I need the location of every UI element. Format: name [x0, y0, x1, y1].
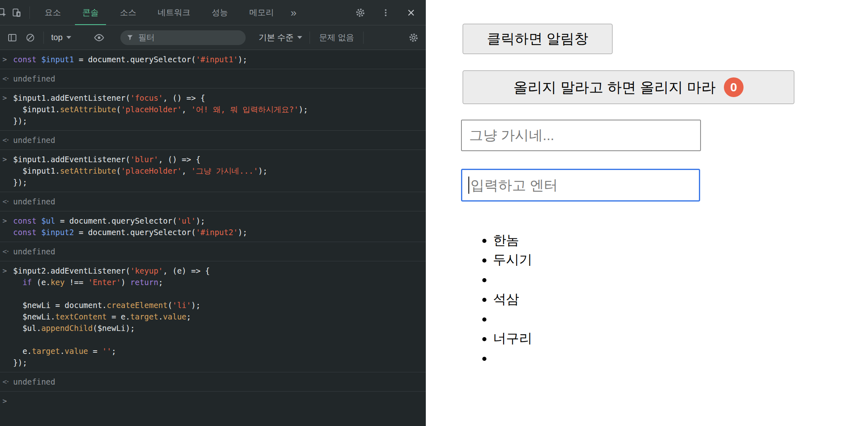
prompt-marker-icon: >	[2, 92, 13, 127]
console-entry-input: >$input1.addEventListener('focus', () =>…	[0, 88, 426, 131]
console-toolbar: top 기본 수준 문제 없음	[0, 25, 426, 50]
divider	[310, 32, 310, 44]
result-marker-icon: <·	[2, 376, 13, 387]
more-options-icon[interactable]	[377, 4, 395, 22]
console-entry-prompt[interactable]: >	[0, 392, 426, 410]
console-entry-result: <·undefined	[0, 242, 426, 261]
screen: 요소콘솔소스네트워크성능메모리 »	[0, 0, 868, 426]
console-entry-result: <·undefined	[0, 372, 426, 392]
input2-wrapper	[461, 169, 700, 202]
chevron-down-icon	[297, 36, 302, 39]
list-item	[493, 309, 532, 329]
divider	[363, 32, 364, 44]
tab-console[interactable]: 콘솔	[72, 0, 109, 25]
console-settings-gear-icon[interactable]	[405, 29, 423, 47]
settings-gear-icon[interactable]	[351, 4, 369, 22]
console-entry-result: <·undefined	[0, 131, 426, 150]
close-devtools-icon[interactable]	[402, 4, 420, 22]
console-entry-input: >$input2.addEventListener('keyup', (e) =…	[0, 261, 426, 372]
inspect-element-icon[interactable]	[0, 4, 7, 22]
text-caret	[468, 177, 469, 194]
chevron-down-icon	[66, 36, 71, 39]
list-item: 석삼	[493, 289, 532, 309]
log-levels-label: 기본 수준	[259, 32, 294, 43]
list-item: 너구리	[493, 329, 532, 348]
alert-button[interactable]: 클릭하면 알림창	[463, 24, 613, 54]
console-entry-result: <·undefined	[0, 192, 426, 211]
list-item	[493, 348, 532, 368]
result-marker-icon: <·	[2, 246, 13, 257]
console-messages: >const $input1 = document.querySelector(…	[0, 50, 426, 410]
tab-performance[interactable]: 성능	[201, 0, 239, 25]
live-expression-eye-icon[interactable]	[90, 29, 108, 47]
console-entry-result: <·undefined	[0, 69, 426, 88]
divider	[43, 32, 44, 44]
counter-button-label: 올리지 말라고 하면 올리지 마라	[513, 78, 716, 97]
console-sidebar-icon[interactable]	[3, 29, 21, 47]
devtools-controls	[351, 4, 426, 22]
tab-elements[interactable]: 요소	[34, 0, 72, 25]
divider	[29, 7, 30, 19]
input2-field[interactable]	[461, 169, 700, 202]
counter-button[interactable]: 올리지 말라고 하면 올리지 마라 0	[463, 70, 794, 104]
prompt-marker-icon: >	[2, 215, 13, 238]
input1-field[interactable]	[461, 120, 701, 151]
devtools-panel: 요소콘솔소스네트워크성능메모리 »	[0, 0, 426, 426]
prompt-marker-icon: >	[2, 54, 13, 65]
log-levels-dropdown[interactable]: 기본 수준	[255, 32, 306, 43]
context-selector-label: top	[51, 33, 63, 42]
list-item	[493, 270, 532, 289]
tab-memory[interactable]: 메모리	[239, 0, 285, 25]
result-marker-icon: <·	[2, 134, 13, 146]
result-marker-icon: <·	[2, 196, 13, 207]
prompt-marker-icon: >	[2, 154, 13, 188]
console-entry-input: >$input1.addEventListener('blur', () => …	[0, 150, 426, 192]
more-tabs-icon[interactable]: »	[285, 4, 303, 22]
console-filter-input[interactable]	[138, 33, 240, 42]
device-toolbar-icon[interactable]	[7, 4, 25, 22]
list-item: 두시기	[493, 250, 532, 270]
prompt-marker-icon: >	[2, 265, 13, 368]
console-filter	[120, 30, 246, 45]
clear-console-icon[interactable]	[21, 29, 39, 47]
context-selector[interactable]: top	[48, 33, 75, 42]
console-entry-input: >const $ul = document.querySelector('ul'…	[0, 211, 426, 242]
devtools-tabbar: 요소콘솔소스네트워크성능메모리 »	[0, 0, 426, 25]
console-entry-input: >const $input1 = document.querySelector(…	[0, 50, 426, 69]
web-page: 클릭하면 알림창 올리지 말라고 하면 올리지 마라 0 한놈두시기석삼너구리	[426, 0, 868, 426]
todo-list: 한놈두시기석삼너구리	[474, 230, 532, 368]
funnel-icon	[127, 34, 133, 41]
tab-sources[interactable]: 소스	[109, 0, 147, 25]
issues-status: 문제 없음	[314, 32, 359, 43]
tab-network[interactable]: 네트워크	[147, 0, 201, 25]
result-marker-icon: <·	[2, 73, 13, 84]
counter-badge: 0	[724, 77, 744, 97]
devtools-tab-strip: 요소콘솔소스네트워크성능메모리	[34, 0, 285, 25]
list-item: 한놈	[493, 230, 532, 250]
prompt-marker-icon: >	[2, 395, 13, 407]
